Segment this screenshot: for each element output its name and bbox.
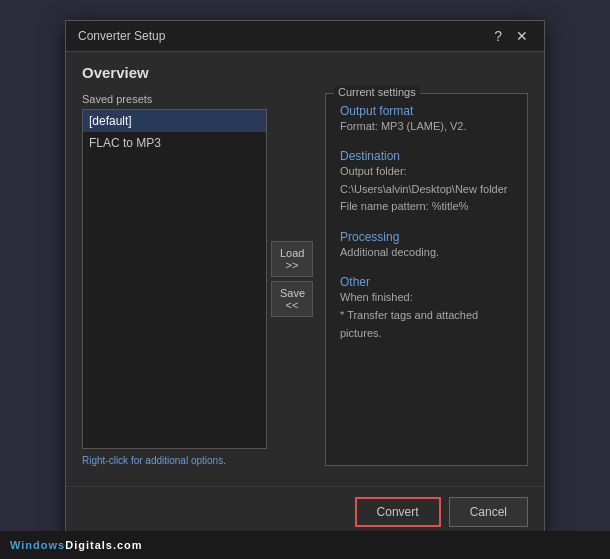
output-format-section: Output format Format: MP3 (LAME), V2. xyxy=(340,104,513,136)
output-format-content: Format: MP3 (LAME), V2. xyxy=(340,118,513,136)
processing-section: Processing Additional decoding. xyxy=(340,230,513,262)
dialog-title: Converter Setup xyxy=(78,29,165,43)
other-section: Other When finished: * Transfer tags and… xyxy=(340,275,513,342)
other-link[interactable]: Other xyxy=(340,275,370,289)
destination-link[interactable]: Destination xyxy=(340,149,400,163)
load-button[interactable]: Load>> xyxy=(271,241,313,277)
overview-heading: Overview xyxy=(82,64,528,81)
hint-text: Right-click for additional options. xyxy=(82,455,267,466)
convert-button[interactable]: Convert xyxy=(355,497,441,527)
title-bar-controls: ? ✕ xyxy=(490,29,532,43)
title-bar: Converter Setup ? ✕ xyxy=(66,21,544,52)
converter-setup-dialog: Converter Setup ? ✕ Overview Saved prese… xyxy=(65,20,545,540)
main-layout: Saved presets [default] FLAC to MP3 Righ… xyxy=(82,93,528,466)
saved-presets-label: Saved presets xyxy=(82,93,267,105)
presets-list[interactable]: [default] FLAC to MP3 xyxy=(82,109,267,449)
left-panel-wrapper: Saved presets [default] FLAC to MP3 Righ… xyxy=(82,93,313,466)
close-button[interactable]: ✕ xyxy=(512,29,532,43)
destination-content: Output folder: C:\Users\alvin\Desktop\Ne… xyxy=(340,163,513,216)
destination-section: Destination Output folder: C:\Users\alvi… xyxy=(340,149,513,216)
preset-item-flac-mp3[interactable]: FLAC to MP3 xyxy=(83,132,266,154)
help-button[interactable]: ? xyxy=(490,29,506,43)
side-buttons: Load>> Save<< xyxy=(271,241,313,317)
branding-bar: WindowsDigitals.com xyxy=(0,531,610,559)
branding-logo: WindowsDigitals.com xyxy=(10,539,143,551)
processing-link[interactable]: Processing xyxy=(340,230,399,244)
other-content: When finished: * Transfer tags and attac… xyxy=(340,289,513,342)
right-panel: Current settings Output format Format: M… xyxy=(325,93,528,466)
save-button[interactable]: Save<< xyxy=(271,281,313,317)
left-panel: Saved presets [default] FLAC to MP3 Righ… xyxy=(82,93,267,466)
preset-item-default[interactable]: [default] xyxy=(83,110,266,132)
output-format-link[interactable]: Output format xyxy=(340,104,413,118)
cancel-button[interactable]: Cancel xyxy=(449,497,528,527)
dialog-content: Overview Saved presets [default] FLAC to… xyxy=(66,52,544,478)
current-settings-label: Current settings xyxy=(334,86,420,98)
processing-content: Additional decoding. xyxy=(340,244,513,262)
